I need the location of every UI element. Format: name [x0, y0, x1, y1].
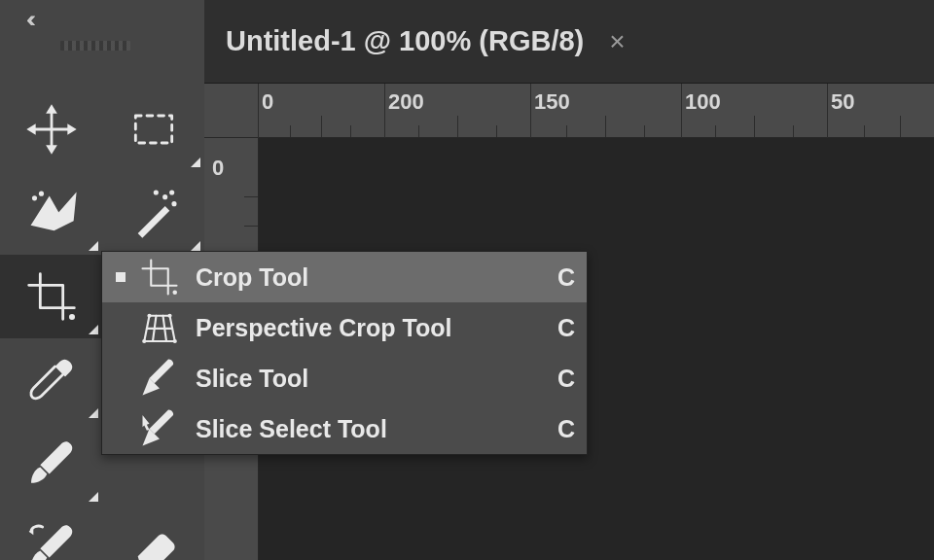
svg-point-12 — [142, 339, 146, 343]
flyout-item-label: Perspective Crop Tool — [196, 314, 542, 342]
flyout-item-label: Slice Select Tool — [196, 415, 542, 443]
flyout-indicator-icon — [191, 241, 200, 251]
perspective-crop-icon — [139, 307, 180, 348]
flyout-item-shortcut: C — [542, 314, 575, 342]
flyout-indicator-icon — [89, 325, 98, 334]
close-icon[interactable]: × — [609, 26, 625, 57]
marquee-tool[interactable] — [102, 88, 204, 171]
crop-icon — [24, 269, 79, 324]
document-tab-bar: Untitled-1 @ 100% (RGB/8) × — [204, 0, 934, 84]
move-tool[interactable] — [0, 88, 102, 171]
flyout-item-shortcut: C — [542, 415, 575, 443]
tool-flyout-menu: Crop Tool C Perspective Crop Tool C Slic… — [101, 251, 588, 455]
ruler-label: 100 — [685, 89, 721, 115]
svg-point-9 — [147, 314, 151, 318]
flyout-item-label: Crop Tool — [196, 263, 542, 292]
svg-point-4 — [171, 201, 176, 206]
eyedropper-tool[interactable] — [0, 338, 102, 422]
lasso-icon — [24, 186, 79, 240]
flyout-indicator-icon — [89, 408, 98, 418]
svg-point-2 — [38, 192, 43, 196]
slice-select-icon — [139, 408, 180, 449]
ruler-label: 0 — [262, 89, 273, 115]
svg-point-3 — [162, 194, 167, 199]
eyedropper-icon — [24, 353, 79, 407]
svg-point-6 — [169, 190, 174, 194]
svg-point-1 — [31, 195, 36, 200]
history-brush-icon — [24, 520, 79, 560]
flyout-item-label: Slice Tool — [196, 365, 542, 393]
ruler-label: 200 — [388, 89, 424, 115]
marquee-icon — [126, 102, 181, 157]
document-tab[interactable]: Untitled-1 @ 100% (RGB/8) × — [226, 25, 626, 57]
selected-indicator-icon — [116, 272, 126, 282]
slice-icon — [139, 358, 180, 399]
flyout-item-shortcut: C — [542, 365, 575, 393]
crop-icon — [139, 257, 180, 298]
crop-tool[interactable] — [0, 255, 102, 338]
brush-tool[interactable] — [0, 422, 102, 506]
svg-point-7 — [68, 314, 74, 320]
panel-grip[interactable] — [60, 41, 130, 51]
flyout-item-shortcut: C — [542, 263, 575, 292]
collapse-panel-button[interactable]: ‹‹ — [10, 4, 47, 35]
eraser-tool[interactable] — [102, 506, 204, 560]
flyout-indicator-icon — [191, 158, 200, 167]
lasso-tool[interactable] — [0, 171, 102, 255]
flyout-item-perspective-crop[interactable]: Perspective Crop Tool C — [102, 302, 587, 353]
eraser-icon — [126, 520, 181, 560]
document-tab-title: Untitled-1 @ 100% (RGB/8) — [226, 25, 584, 57]
flyout-item-slice[interactable]: Slice Tool C — [102, 353, 587, 403]
ruler-label: 50 — [831, 89, 854, 115]
history-brush-tool[interactable] — [0, 506, 102, 560]
svg-rect-0 — [135, 116, 171, 143]
magic-wand-icon — [126, 186, 181, 240]
flyout-item-crop[interactable]: Crop Tool C — [102, 252, 587, 302]
flyout-item-slice-select[interactable]: Slice Select Tool C — [102, 403, 587, 454]
flyout-indicator-icon — [89, 241, 98, 251]
chevron-left-double-icon: ‹‹ — [26, 6, 30, 33]
svg-point-8 — [172, 290, 177, 295]
ruler-label: 150 — [534, 89, 570, 115]
horizontal-ruler[interactable]: 0 200 150 100 50 — [204, 84, 934, 138]
ruler-label: 0 — [212, 156, 224, 181]
svg-point-11 — [173, 339, 177, 343]
svg-point-10 — [167, 314, 171, 318]
svg-point-5 — [153, 190, 158, 194]
flyout-indicator-icon — [89, 492, 98, 502]
magic-wand-tool[interactable] — [102, 171, 204, 255]
brush-icon — [24, 437, 79, 491]
move-icon — [24, 102, 79, 157]
